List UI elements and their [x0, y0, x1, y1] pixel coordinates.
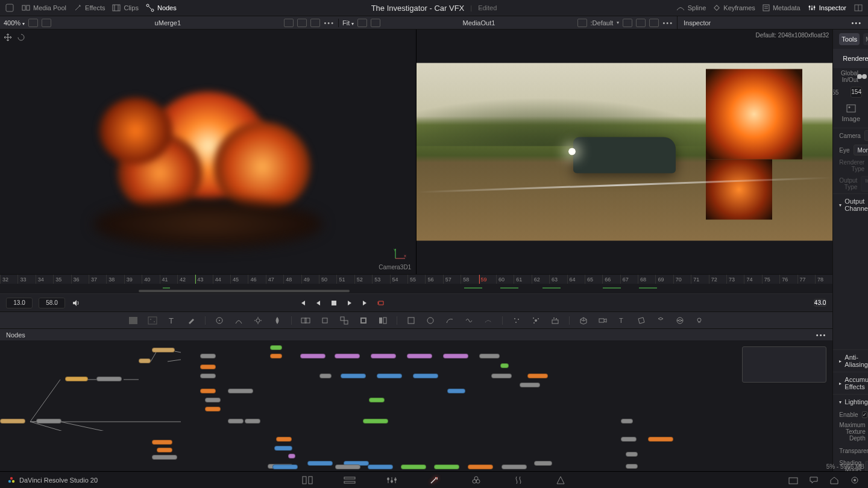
lighting-section[interactable]: ▾Lighting: [833, 394, 868, 409]
clips-tab[interactable]: Clips: [112, 4, 138, 11]
play-reverse-button[interactable]: [313, 298, 323, 308]
first-frame-button[interactable]: [298, 298, 307, 308]
pRender-tool-icon[interactable]: [550, 315, 561, 326]
eye-dropdown[interactable]: Mono: [854, 145, 868, 155]
vh-icon[interactable]: [623, 19, 632, 27]
color-page-icon[interactable]: [470, 475, 482, 486]
minimap[interactable]: [742, 346, 826, 383]
merge-tool-icon[interactable]: [300, 315, 311, 326]
ellipse-mask-icon[interactable]: [425, 315, 436, 326]
fastnoise-tool-icon[interactable]: [147, 315, 158, 326]
brightness-tool-icon[interactable]: [253, 315, 263, 326]
vh-icon[interactable]: [577, 19, 587, 27]
svg-text:X: X: [404, 254, 406, 258]
vh-icon[interactable]: [284, 19, 294, 27]
polygon-mask-icon[interactable]: [444, 315, 455, 326]
loop-button[interactable]: [376, 298, 386, 308]
camera3d-tool-icon[interactable]: [597, 315, 608, 326]
track-bar[interactable]: [0, 284, 832, 293]
range-out[interactable]: 58.0: [39, 298, 65, 308]
node-graph[interactable]: [0, 340, 832, 488]
bspline-mask-icon[interactable]: [464, 315, 474, 326]
move-tool-icon[interactable]: [2, 32, 13, 43]
text-tool-icon[interactable]: T: [166, 315, 177, 326]
shading-dropdown[interactable]: Smooth: [865, 461, 868, 472]
more-icon[interactable]: •••: [324, 19, 335, 27]
pEmitter-tool-icon[interactable]: [530, 315, 541, 326]
vh-icon[interactable]: [357, 19, 367, 27]
timeline-ruler[interactable]: 3233343536373839404142434445464748495051…: [0, 274, 832, 284]
node-name[interactable]: Renderer3D1: [843, 55, 868, 62]
chat-icon[interactable]: [808, 475, 820, 486]
accumulation-section[interactable]: ▸Accumulation Effects: [833, 372, 868, 394]
imageplane3d-tool-icon[interactable]: [636, 315, 647, 326]
vh-icon[interactable]: [636, 19, 646, 27]
rotate-tool-icon[interactable]: [16, 32, 27, 43]
deliver-page-icon[interactable]: [555, 475, 567, 486]
edit-page-icon[interactable]: [386, 475, 398, 486]
metadata-tab[interactable]: Metadata: [763, 4, 800, 11]
tracker-tool-icon[interactable]: [214, 315, 225, 326]
light-tool-icon[interactable]: [694, 315, 705, 326]
channelbool-tool-icon[interactable]: [377, 315, 388, 326]
wand-mask-icon[interactable]: [483, 315, 494, 326]
last-frame-button[interactable]: [360, 298, 370, 308]
vh-icon[interactable]: [297, 19, 307, 27]
inspector-tab[interactable]: Inspector: [808, 4, 846, 12]
global-out[interactable]: 154: [851, 87, 862, 98]
fairlight-page-icon[interactable]: [512, 475, 524, 486]
matte-tool-icon[interactable]: [358, 315, 369, 326]
text3d-tool-icon[interactable]: T: [617, 315, 627, 326]
project-manager-icon[interactable]: [787, 475, 799, 486]
shape3d-tool-icon[interactable]: [578, 315, 589, 326]
vh-icon[interactable]: [310, 19, 320, 27]
spline-tab[interactable]: Spline: [676, 4, 706, 11]
modifiers-tab[interactable]: Modifiers: [863, 33, 868, 45]
left-viewer[interactable]: YX Camera3D1: [0, 30, 417, 274]
colorcorrect-tool-icon[interactable]: [233, 315, 244, 326]
output-channels-section[interactable]: ▾Output Channels: [833, 193, 868, 216]
home-icon[interactable]: [828, 475, 840, 486]
right-zoom[interactable]: Fit ▾: [342, 19, 354, 27]
current-frame[interactable]: 43.0: [814, 299, 826, 307]
camera-dropdown[interactable]: Default: [864, 130, 868, 141]
transform-tool-icon[interactable]: [319, 315, 330, 326]
workspace-icon[interactable]: [5, 3, 14, 13]
anti-aliasing-section[interactable]: ▸Anti-Aliasing: [833, 349, 868, 372]
fusion-page-icon[interactable]: [428, 475, 440, 486]
svg-point-6: [146, 4, 149, 7]
vh-icon[interactable]: [28, 19, 38, 27]
vh-icon[interactable]: [42, 19, 51, 27]
resize-tool-icon[interactable]: [339, 315, 350, 326]
cut-page-icon[interactable]: [344, 475, 356, 486]
nodes-tab[interactable]: Nodes: [146, 4, 177, 12]
media-pool-tab[interactable]: Media Pool: [22, 4, 66, 11]
vh-icon[interactable]: [371, 19, 380, 27]
renderer3d-tool-icon[interactable]: [675, 315, 685, 326]
blur-tool-icon[interactable]: [272, 315, 283, 326]
image-subtab[interactable]: Image: [842, 104, 861, 125]
effects-tab[interactable]: Effects: [74, 4, 105, 12]
stop-button[interactable]: [329, 298, 339, 308]
default-label[interactable]: :Default: [591, 19, 614, 27]
audio-icon[interactable]: [71, 298, 81, 308]
right-viewer[interactable]: Default: 2048x1080xfloat32: [417, 30, 832, 274]
paint-tool-icon[interactable]: [186, 315, 197, 326]
layout-icon[interactable]: [854, 3, 863, 13]
more-icon[interactable]: •••: [816, 331, 827, 339]
range-in[interactable]: 13.0: [6, 298, 33, 308]
tools-tab[interactable]: Tools: [839, 33, 860, 45]
merge3d-tool-icon[interactable]: [655, 315, 666, 326]
background-tool-icon[interactable]: [128, 315, 139, 326]
left-zoom[interactable]: 400% ▾: [4, 19, 25, 27]
more-icon[interactable]: •••: [851, 19, 862, 27]
media-page-icon[interactable]: [301, 475, 313, 486]
lighting-check[interactable]: ✓: [862, 411, 867, 418]
play-button[interactable]: [345, 298, 354, 308]
more-icon[interactable]: •••: [662, 19, 673, 27]
keyframes-tab[interactable]: Keyframes: [713, 4, 755, 11]
rectangle-mask-icon[interactable]: [406, 315, 417, 326]
particles-tool-icon[interactable]: [511, 315, 522, 326]
vh-icon[interactable]: [649, 19, 659, 27]
settings-icon[interactable]: [849, 475, 861, 486]
